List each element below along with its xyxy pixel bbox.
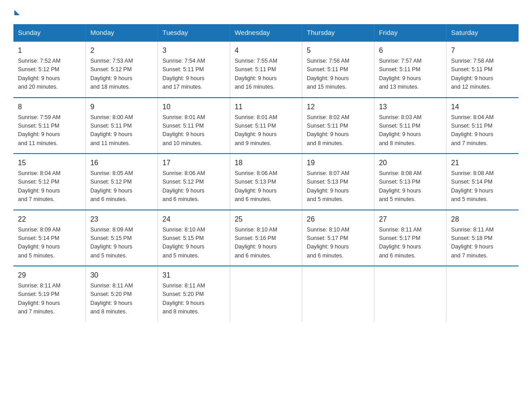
calendar-cell <box>230 266 302 322</box>
calendar-cell: 27Sunrise: 8:11 AMSunset: 5:17 PMDayligh… <box>374 210 446 266</box>
day-info: Sunrise: 7:53 AMSunset: 5:12 PMDaylight:… <box>90 57 153 92</box>
calendar-cell: 28Sunrise: 8:11 AMSunset: 5:18 PMDayligh… <box>446 210 519 266</box>
calendar-cell: 12Sunrise: 8:02 AMSunset: 5:11 PMDayligh… <box>302 98 374 154</box>
day-number: 22 <box>18 214 81 225</box>
day-info: Sunrise: 8:11 AMSunset: 5:17 PMDaylight:… <box>379 226 442 261</box>
logo-arrow-icon <box>14 10 20 15</box>
day-info: Sunrise: 7:55 AMSunset: 5:11 PMDaylight:… <box>235 57 297 92</box>
day-number: 23 <box>90 214 153 225</box>
calendar-cell: 9Sunrise: 8:00 AMSunset: 5:11 PMDaylight… <box>86 98 158 154</box>
day-info: Sunrise: 7:56 AMSunset: 5:11 PMDaylight:… <box>307 57 369 92</box>
day-number: 31 <box>163 270 225 281</box>
calendar-cell <box>302 266 374 322</box>
day-info: Sunrise: 8:08 AMSunset: 5:13 PMDaylight:… <box>379 169 442 204</box>
column-header-thursday: Thursday <box>302 24 374 41</box>
calendar-week-row: 29Sunrise: 8:11 AMSunset: 5:19 PMDayligh… <box>13 266 519 322</box>
day-info: Sunrise: 8:07 AMSunset: 5:13 PMDaylight:… <box>307 169 369 204</box>
day-info: Sunrise: 8:04 AMSunset: 5:12 PMDaylight:… <box>18 169 81 204</box>
day-info: Sunrise: 8:06 AMSunset: 5:12 PMDaylight:… <box>163 169 225 204</box>
day-number: 27 <box>379 214 442 225</box>
day-info: Sunrise: 8:09 AMSunset: 5:14 PMDaylight:… <box>18 226 81 261</box>
calendar-cell: 15Sunrise: 8:04 AMSunset: 5:12 PMDayligh… <box>13 154 86 210</box>
day-number: 1 <box>18 45 81 56</box>
calendar-cell: 11Sunrise: 8:01 AMSunset: 5:11 PMDayligh… <box>230 98 302 154</box>
calendar-cell: 2Sunrise: 7:53 AMSunset: 5:12 PMDaylight… <box>86 41 158 98</box>
day-number: 14 <box>451 102 514 112</box>
day-number: 21 <box>451 158 514 168</box>
day-number: 26 <box>307 214 369 225</box>
calendar-cell <box>374 266 446 322</box>
calendar-cell: 19Sunrise: 8:07 AMSunset: 5:13 PMDayligh… <box>302 154 374 210</box>
day-number: 19 <box>307 158 369 168</box>
column-header-wednesday: Wednesday <box>230 24 302 41</box>
calendar-cell: 17Sunrise: 8:06 AMSunset: 5:12 PMDayligh… <box>158 154 230 210</box>
day-number: 5 <box>307 45 369 56</box>
day-number: 3 <box>163 45 225 56</box>
calendar-cell: 23Sunrise: 8:09 AMSunset: 5:15 PMDayligh… <box>86 210 158 266</box>
day-number: 15 <box>18 158 81 168</box>
day-number: 30 <box>90 270 153 281</box>
day-number: 13 <box>379 102 442 112</box>
day-info: Sunrise: 8:00 AMSunset: 5:11 PMDaylight:… <box>90 113 153 148</box>
calendar-cell: 3Sunrise: 7:54 AMSunset: 5:11 PMDaylight… <box>158 41 230 98</box>
column-header-monday: Monday <box>86 24 158 41</box>
column-header-friday: Friday <box>374 24 446 41</box>
day-info: Sunrise: 8:03 AMSunset: 5:11 PMDaylight:… <box>379 113 442 148</box>
day-number: 20 <box>379 158 442 168</box>
calendar-week-row: 8Sunrise: 7:59 AMSunset: 5:11 PMDaylight… <box>13 98 519 154</box>
column-header-saturday: Saturday <box>446 24 519 41</box>
day-number: 8 <box>18 102 81 112</box>
calendar-week-row: 15Sunrise: 8:04 AMSunset: 5:12 PMDayligh… <box>13 154 519 210</box>
day-number: 25 <box>235 214 297 225</box>
calendar-cell: 7Sunrise: 7:58 AMSunset: 5:11 PMDaylight… <box>446 41 519 98</box>
calendar-cell: 22Sunrise: 8:09 AMSunset: 5:14 PMDayligh… <box>13 210 86 266</box>
day-info: Sunrise: 8:02 AMSunset: 5:11 PMDaylight:… <box>307 113 369 148</box>
day-info: Sunrise: 7:59 AMSunset: 5:11 PMDaylight:… <box>18 113 81 148</box>
day-number: 4 <box>235 45 297 56</box>
day-info: Sunrise: 8:10 AMSunset: 5:15 PMDaylight:… <box>163 226 225 261</box>
calendar-cell: 31Sunrise: 8:11 AMSunset: 5:20 PMDayligh… <box>158 266 230 322</box>
logo <box>13 9 20 15</box>
day-info: Sunrise: 8:06 AMSunset: 5:13 PMDaylight:… <box>235 169 297 204</box>
day-info: Sunrise: 8:11 AMSunset: 5:19 PMDaylight:… <box>18 282 81 317</box>
day-info: Sunrise: 8:11 AMSunset: 5:18 PMDaylight:… <box>451 226 514 261</box>
calendar-cell <box>446 266 519 322</box>
calendar-cell: 16Sunrise: 8:05 AMSunset: 5:12 PMDayligh… <box>86 154 158 210</box>
day-number: 12 <box>307 102 369 112</box>
calendar-cell: 13Sunrise: 8:03 AMSunset: 5:11 PMDayligh… <box>374 98 446 154</box>
calendar-cell: 8Sunrise: 7:59 AMSunset: 5:11 PMDaylight… <box>13 98 86 154</box>
calendar-cell: 6Sunrise: 7:57 AMSunset: 5:11 PMDaylight… <box>374 41 446 98</box>
day-info: Sunrise: 8:05 AMSunset: 5:12 PMDaylight:… <box>90 169 153 204</box>
day-info: Sunrise: 8:01 AMSunset: 5:11 PMDaylight:… <box>235 113 297 148</box>
day-number: 7 <box>451 45 514 56</box>
day-number: 28 <box>451 214 514 225</box>
calendar-cell: 5Sunrise: 7:56 AMSunset: 5:11 PMDaylight… <box>302 41 374 98</box>
calendar-cell: 25Sunrise: 8:10 AMSunset: 5:16 PMDayligh… <box>230 210 302 266</box>
day-number: 18 <box>235 158 297 168</box>
day-info: Sunrise: 8:10 AMSunset: 5:16 PMDaylight:… <box>235 226 297 261</box>
day-number: 10 <box>163 102 225 112</box>
day-info: Sunrise: 7:54 AMSunset: 5:11 PMDaylight:… <box>163 57 225 92</box>
calendar-cell: 26Sunrise: 8:10 AMSunset: 5:17 PMDayligh… <box>302 210 374 266</box>
day-info: Sunrise: 8:11 AMSunset: 5:20 PMDaylight:… <box>163 282 225 317</box>
calendar-cell: 1Sunrise: 7:52 AMSunset: 5:12 PMDaylight… <box>13 41 86 98</box>
day-number: 29 <box>18 270 81 281</box>
day-info: Sunrise: 8:10 AMSunset: 5:17 PMDaylight:… <box>307 226 369 261</box>
day-info: Sunrise: 8:11 AMSunset: 5:20 PMDaylight:… <box>90 282 153 317</box>
day-number: 2 <box>90 45 153 56</box>
calendar-header-row: SundayMondayTuesdayWednesdayThursdayFrid… <box>13 24 519 41</box>
day-number: 6 <box>379 45 442 56</box>
calendar-week-row: 22Sunrise: 8:09 AMSunset: 5:14 PMDayligh… <box>13 210 519 266</box>
calendar-cell: 21Sunrise: 8:08 AMSunset: 5:14 PMDayligh… <box>446 154 519 210</box>
column-header-tuesday: Tuesday <box>158 24 230 41</box>
day-number: 24 <box>163 214 225 225</box>
day-info: Sunrise: 8:01 AMSunset: 5:11 PMDaylight:… <box>163 113 225 148</box>
calendar-cell: 29Sunrise: 8:11 AMSunset: 5:19 PMDayligh… <box>13 266 86 322</box>
day-number: 11 <box>235 102 297 112</box>
day-info: Sunrise: 7:57 AMSunset: 5:11 PMDaylight:… <box>379 57 442 92</box>
day-number: 17 <box>163 158 225 168</box>
day-number: 9 <box>90 102 153 112</box>
day-info: Sunrise: 8:08 AMSunset: 5:14 PMDaylight:… <box>451 169 514 204</box>
day-info: Sunrise: 7:58 AMSunset: 5:11 PMDaylight:… <box>451 57 514 92</box>
calendar-cell: 14Sunrise: 8:04 AMSunset: 5:11 PMDayligh… <box>446 98 519 154</box>
